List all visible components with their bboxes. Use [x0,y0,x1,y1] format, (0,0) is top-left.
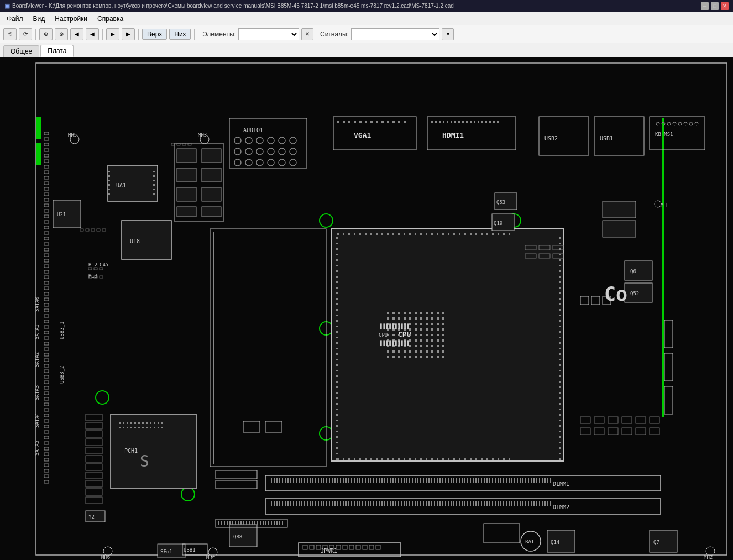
svg-rect-626 [336,397,338,399]
svg-rect-363 [332,501,333,506]
svg-rect-724 [232,521,233,525]
toolbar-btn-4[interactable]: ⊗ [55,28,68,40]
elements-clear-btn[interactable]: ✕ [301,28,313,40]
svg-rect-190 [426,350,428,353]
svg-rect-254 [318,478,319,483]
toolbar-btn-7[interactable]: ▶ [106,28,119,40]
svg-text:Q14: Q14 [551,540,559,545]
svg-rect-671 [559,420,561,421]
toolbar-btn-6[interactable]: ◀ [86,28,99,40]
svg-rect-274 [373,478,374,483]
svg-rect-566 [343,233,344,235]
svg-rect-620 [336,364,338,366]
svg-rect-703 [470,458,472,460]
svg-rect-115 [437,312,439,314]
toolbar-separator-1 [35,29,36,40]
svg-rect-388 [401,501,402,506]
svg-rect-271 [365,478,366,483]
svg-rect-320 [500,478,501,483]
svg-rect-729 [246,521,247,525]
svg-rect-151 [392,334,395,336]
svg-rect-233 [161,427,163,428]
svg-rect-323 [509,478,510,483]
svg-rect-156 [420,334,422,336]
svg-rect-259 [332,478,333,483]
svg-rect-186 [404,350,406,353]
svg-rect-33 [443,121,444,123]
svg-rect-322 [506,478,507,483]
svg-rect-578 [409,233,411,235]
title-text: BoardViewer - K:\Для ремонтов компов, но… [12,3,454,9]
svg-rect-200 [420,356,422,358]
elements-select[interactable] [238,28,299,40]
pcb-canvas[interactable]: VGA1 HDMI1 [0,57,733,560]
svg-rect-280 [390,478,391,483]
svg-rect-255 [321,478,322,483]
toolbar-top-button[interactable]: Верх [142,29,167,40]
svg-rect-224 [127,427,128,428]
menu-file[interactable]: Файл [2,14,28,24]
svg-rect-17 [348,121,350,123]
svg-text:C45: C45 [100,262,108,268]
menu-settings[interactable]: Настройки [50,14,92,24]
tab-board[interactable]: Плата [40,45,74,57]
svg-text:Y2: Y2 [88,514,95,520]
svg-rect-324 [511,478,512,483]
svg-rect-590 [475,233,477,235]
svg-rect-702 [464,458,466,460]
svg-rect-21 [370,121,373,123]
svg-text:PCH1: PCH1 [124,448,138,454]
menu-view[interactable]: Вид [29,14,50,24]
svg-rect-708 [498,458,499,460]
svg-rect-227 [138,427,140,428]
svg-rect-239 [276,478,278,483]
toolbar-btn-3[interactable]: ⊕ [39,28,53,40]
svg-rect-356 [312,501,313,506]
svg-rect-210 [119,422,121,424]
svg-rect-621 [336,370,338,371]
svg-rect-421 [492,501,493,506]
svg-rect-441 [547,501,548,506]
svg-rect-358 [318,501,319,506]
svg-rect-290 [417,478,418,483]
svg-rect-286 [406,478,407,483]
signals-dropdown-btn[interactable]: ▾ [442,28,454,40]
svg-rect-656 [559,337,561,338]
svg-rect-740 [276,521,278,525]
signals-select[interactable] [351,28,439,40]
svg-rect-343 [276,501,278,506]
svg-rect-318 [495,478,496,483]
svg-rect-32 [439,121,441,123]
svg-rect-297 [437,478,438,483]
svg-rect-596 [509,233,510,235]
svg-rect-99 [153,193,155,195]
svg-rect-628 [336,409,338,410]
tab-general[interactable]: Общее [3,45,39,57]
toolbar-btn-5[interactable]: ◀ [70,28,83,40]
close-button[interactable]: ✕ [721,2,729,10]
toolbar-btn-2[interactable]: ⟳ [19,28,32,40]
svg-rect-636 [336,453,338,454]
svg-rect-383 [387,501,388,506]
svg-rect-622 [336,375,338,377]
svg-rect-275 [376,478,377,483]
minimize-button[interactable]: ─ [701,2,709,10]
toolbar-btn-8[interactable]: ▶ [122,28,135,40]
menu-help[interactable]: Справка [93,14,128,24]
svg-rect-389 [404,501,405,506]
svg-text:Co: Co [604,283,627,305]
toolbar-btn-1[interactable]: ⟲ [3,28,17,40]
svg-rect-653 [559,320,561,322]
svg-rect-132 [409,323,411,325]
svg-rect-251 [310,478,311,483]
svg-text:R13: R13 [88,273,97,279]
svg-rect-314 [484,478,485,483]
maximize-button[interactable]: □ [711,2,719,10]
svg-rect-416 [478,501,479,506]
svg-rect-372 [357,501,358,506]
svg-rect-559 [202,187,221,201]
svg-rect-113 [426,312,428,314]
toolbar-bottom-button[interactable]: Низ [169,29,191,40]
svg-rect-605 [336,281,338,283]
svg-rect-336 [544,478,546,483]
